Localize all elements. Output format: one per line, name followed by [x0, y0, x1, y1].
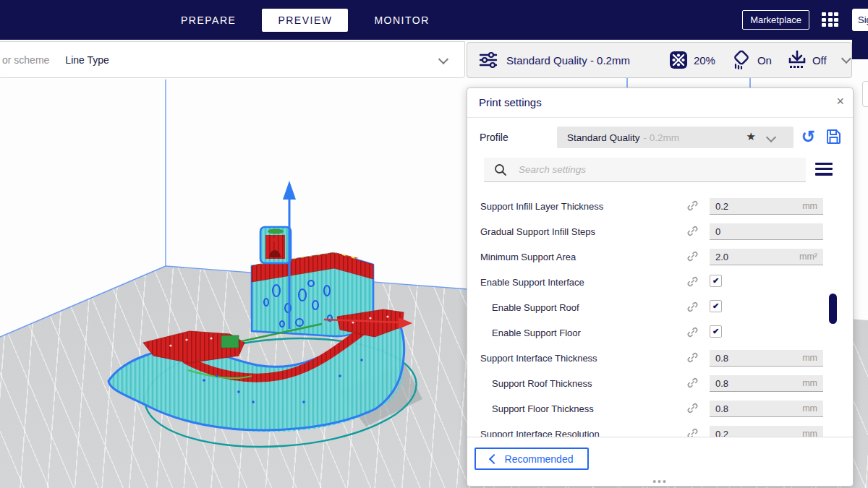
profile-dropdown[interactable]: Standard Quality - 0.2mm ★	[557, 127, 793, 148]
color-scheme-dropdown[interactable]: or scheme Line Type	[0, 41, 465, 78]
setting-row: Support Interface Resolution0.2mm	[467, 421, 853, 437]
setting-value: 0.8	[715, 378, 802, 389]
setting-row: Support Infill Layer Thickness0.2mm	[467, 194, 853, 219]
setting-label: Enable Support Floor	[492, 328, 581, 338]
setting-value-field[interactable]: 0.2mm	[710, 198, 823, 215]
setting-row: Enable Support Floor✔	[467, 320, 853, 346]
sign-in-button[interactable]: Sign in	[852, 9, 868, 31]
print-setup-bar[interactable]: Standard Quality - 0.2mm 20%	[467, 42, 852, 78]
search-icon	[494, 163, 507, 176]
chevron-left-icon	[488, 453, 498, 463]
setting-label: Support Interface Thickness	[480, 353, 597, 364]
setting-value: 0.2	[715, 201, 802, 212]
stage-tabs: PREPARE PREVIEW MONITOR	[165, 0, 446, 40]
linked-setting-icon	[686, 301, 699, 316]
setting-value-field[interactable]: 0.8mm	[710, 401, 823, 417]
reset-profile-icon[interactable]: ↺	[801, 126, 815, 147]
setting-label: Enable Support Roof	[492, 302, 579, 313]
recommended-button[interactable]: Recommended	[475, 448, 589, 470]
nav-right-patch	[852, 40, 868, 59]
panel-title: Print settings	[479, 96, 542, 108]
setting-row: Support Floor Thickness0.8mm	[467, 396, 853, 421]
setting-value-field[interactable]: 0.2mm	[710, 426, 823, 437]
setting-row: Support Interface Thickness0.8mm	[467, 346, 853, 371]
adhesion-icon	[788, 50, 807, 70]
search-row: Search settings	[467, 158, 853, 184]
linked-setting-icon	[686, 427, 699, 437]
marketplace-button[interactable]: Marketplace	[742, 10, 809, 30]
linked-setting-icon	[686, 225, 699, 240]
adhesion-value: Off	[812, 54, 827, 67]
linked-setting-icon	[686, 351, 699, 367]
benchy-model-preview[interactable]	[43, 174, 448, 477]
chevron-down-icon	[841, 53, 851, 64]
chevron-down-icon	[766, 132, 776, 142]
search-placeholder: Search settings	[519, 164, 586, 175]
setting-label: Minimum Support Area	[480, 252, 576, 262]
apps-grid-icon[interactable]	[822, 12, 841, 28]
setting-row: Enable Support Roof✔	[467, 295, 853, 320]
profile-summary: Standard Quality - 0.2mm	[506, 54, 630, 67]
chevron-down-icon	[438, 54, 448, 64]
sliders-icon	[479, 51, 498, 69]
search-input[interactable]: Search settings	[484, 158, 806, 182]
setting-unit: mm	[802, 403, 817, 414]
linked-setting-icon	[686, 402, 699, 417]
setting-value: 0.8	[715, 403, 802, 414]
setting-label: Support Floor Thickness	[492, 403, 594, 414]
setting-unit: mm²	[799, 252, 817, 262]
save-profile-icon[interactable]	[826, 129, 841, 144]
setting-row: Gradual Support Infill Steps0	[467, 219, 853, 244]
recommended-label: Recommended	[505, 453, 574, 465]
setting-checkbox[interactable]: ✔	[710, 325, 722, 338]
tab-monitor[interactable]: MONITOR	[358, 9, 445, 32]
profile-row: Profile Standard Quality - 0.2mm ★ ↺	[467, 126, 853, 150]
support-icon	[731, 50, 752, 70]
setting-label: Support Interface Resolution	[480, 429, 600, 437]
setting-value: 0	[715, 226, 823, 237]
setting-row: Support Roof Thickness0.8mm	[467, 371, 853, 396]
setting-value-field[interactable]: 0	[710, 223, 823, 240]
offscreen-panel-edge	[862, 81, 868, 107]
setting-value: 0.8	[715, 353, 802, 364]
green-patch	[221, 335, 239, 348]
profile-label: Profile	[480, 132, 509, 143]
setting-value: 2.0	[715, 252, 799, 262]
linked-setting-icon	[686, 200, 699, 215]
setting-checkbox[interactable]: ✔	[710, 300, 722, 312]
setting-label: Enable Support Interface	[480, 277, 584, 288]
print-settings-panel: Print settings × Profile Standard Qualit…	[467, 87, 854, 487]
setting-label: Gradual Support Infill Steps	[480, 226, 595, 237]
support-value: On	[757, 54, 772, 67]
infill-icon	[669, 51, 688, 69]
top-nav-bar: PREPARE PREVIEW MONITOR Marketplace Sign…	[0, 0, 868, 40]
linked-setting-icon	[686, 377, 699, 392]
setting-unit: mm	[802, 378, 817, 388]
close-icon[interactable]: ×	[836, 94, 844, 109]
color-scheme-value: Line Type	[65, 54, 109, 66]
setting-unit: mm	[802, 429, 817, 437]
setting-row: Minimum Support Area2.0mm²	[467, 244, 853, 270]
panel-resize-handle[interactable]: •••	[467, 478, 853, 485]
infill-value: 20%	[694, 54, 715, 67]
setting-checkbox[interactable]: ✔	[710, 275, 722, 287]
profile-value: Standard Quality	[567, 132, 640, 143]
settings-menu-icon[interactable]	[815, 163, 833, 179]
setting-label: Support Roof Thickness	[492, 378, 592, 389]
linked-setting-icon	[686, 326, 699, 341]
tab-preview[interactable]: PREVIEW	[262, 9, 348, 32]
setting-value-field[interactable]: 0.8mm	[710, 375, 823, 392]
setting-row: Enable Support Interface✔	[467, 270, 853, 295]
tab-prepare[interactable]: PREPARE	[165, 9, 252, 32]
linked-setting-icon	[686, 250, 699, 265]
setting-unit: mm	[802, 353, 817, 363]
cura-window: PREPARE PREVIEW MONITOR Marketplace Sign…	[0, 0, 868, 488]
star-icon[interactable]: ★	[746, 130, 756, 143]
panel-header: Print settings ×	[467, 88, 853, 118]
linked-setting-icon	[686, 275, 699, 291]
setting-value-field[interactable]: 2.0mm²	[710, 249, 823, 265]
setting-value-field[interactable]: 0.8mm	[710, 350, 823, 367]
scrollbar-thumb[interactable]	[829, 294, 837, 324]
setting-label: Support Infill Layer Thickness	[480, 201, 603, 212]
setting-unit: mm	[802, 201, 817, 211]
